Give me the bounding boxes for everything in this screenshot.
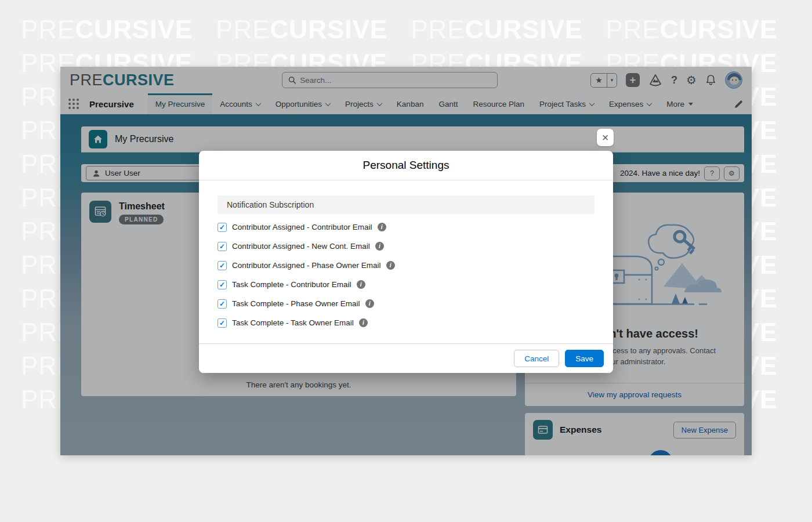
notification-label: Task Complete - Task Owner Email (232, 318, 354, 327)
close-icon[interactable]: × (597, 129, 614, 146)
checkbox-checked[interactable]: ✓ (217, 299, 227, 309)
info-icon[interactable]: i (378, 223, 386, 231)
checkbox-checked[interactable]: ✓ (217, 318, 227, 328)
notification-label: Task Complete - Contributor Email (232, 280, 351, 289)
notification-row: ✓ Task Complete - Phase Owner Email i (217, 294, 594, 313)
notification-row: ✓ Contributor Assigned - Phase Owner Ema… (217, 256, 594, 275)
checkbox-checked[interactable]: ✓ (217, 223, 227, 232)
notification-row: ✓ Contributor Assigned - New Cont. Email… (217, 237, 594, 256)
notification-label: Contributor Assigned - New Cont. Email (232, 242, 370, 251)
modal-title: Personal Settings (363, 159, 449, 172)
info-icon[interactable]: i (386, 261, 395, 270)
checkbox-checked[interactable]: ✓ (217, 261, 227, 270)
notification-label: Task Complete - Phase Owner Email (232, 299, 360, 308)
info-icon[interactable]: i (357, 280, 365, 289)
notification-row: ✓ Task Complete - Task Owner Email i (217, 313, 594, 332)
modal-footer: Cancel Save (199, 343, 613, 373)
cancel-button[interactable]: Cancel (514, 350, 559, 367)
notification-row: ✓ Contributor Assigned - Contributor Ema… (217, 217, 594, 237)
screen: PRECURSIVEPRECURSIVEPRECURSIVEPRECURSIVE… (0, 0, 812, 522)
notification-label: Contributor Assigned - Phase Owner Email (232, 261, 381, 270)
info-icon[interactable]: i (365, 299, 374, 308)
save-button[interactable]: Save (565, 350, 604, 367)
info-icon[interactable]: i (375, 242, 384, 251)
section-header: Notification Subscription (217, 195, 594, 214)
notification-label: Contributor Assigned - Contributor Email (232, 223, 372, 231)
notification-row: ✓ Task Complete - Contributor Email i (217, 275, 594, 294)
info-icon[interactable]: i (359, 318, 368, 327)
checkbox-checked[interactable]: ✓ (217, 280, 227, 289)
modal-body: Notification Subscription ✓ Contributor … (199, 180, 613, 332)
personal-settings-modal: Personal Settings Notification Subscript… (199, 151, 613, 373)
checkbox-checked[interactable]: ✓ (217, 242, 227, 251)
modal-header: Personal Settings (199, 151, 613, 180)
